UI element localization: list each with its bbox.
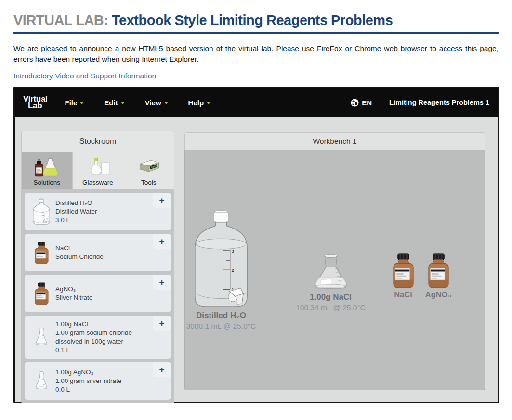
bench-object-name: AgNO₃ <box>425 290 451 299</box>
menu-file[interactable]: File <box>65 99 84 107</box>
bench-object-name: Distilled H₂O <box>196 311 246 320</box>
reagent-bottle-icon <box>27 282 55 305</box>
logo-line2: Lab <box>28 102 48 109</box>
page-header: VIRTUAL LAB: Textbook Style Limiting Rea… <box>0 0 512 80</box>
bench-object-detail: 3000.1 mL @ 25.0°C <box>186 322 256 331</box>
svg-text:3: 3 <box>232 249 234 254</box>
tab-solutions-label: Solutions <box>34 179 61 186</box>
chevron-down-icon <box>121 102 125 104</box>
stockroom-panel: Stockroom <box>21 131 174 403</box>
item-name: NaCl <box>55 244 104 253</box>
menu-help[interactable]: Help <box>188 99 211 107</box>
reagent-bottle-graphic <box>427 253 450 289</box>
item-desc: Distilled Water <box>55 207 97 216</box>
stockroom-items: Distilled H₂O Distilled Water 3.0 L + <box>21 190 174 403</box>
support-link[interactable]: Introductory Video and Support Informati… <box>13 72 156 80</box>
reagent-bottle-icon <box>27 242 55 264</box>
solutions-tab-icon <box>34 156 59 178</box>
item-volume: 3.0 L <box>55 216 97 225</box>
bench-object-name: 1.00g NaCl <box>310 293 352 302</box>
tab-solutions[interactable]: Solutions <box>22 152 73 189</box>
virtual-lab-app: Virtual Lab File Edit View Help <box>13 87 499 403</box>
carboy-icon <box>27 198 55 226</box>
stockroom-tabs: Solutions Glassware <box>21 152 174 190</box>
item-desc: Sodium Chloride <box>55 253 104 261</box>
stockroom-item-distilled-water[interactable]: Distilled H₂O Distilled Water 3.0 L + <box>25 193 171 230</box>
menu-file-label: File <box>65 99 78 107</box>
item-desc: Silver Nitrate <box>55 293 92 302</box>
item-volume: 0.0 L <box>55 385 121 394</box>
page-title-main: Textbook Style Limiting Reagents Problem… <box>112 13 393 28</box>
carboy-graphic: 3 2 1 <box>190 210 252 309</box>
reagent-bottle-graphic <box>392 253 415 289</box>
item-volume: 0.1 L <box>55 346 149 355</box>
page: VIRTUAL LAB: Textbook Style Limiting Rea… <box>0 0 512 420</box>
chevron-down-icon <box>80 102 84 104</box>
tab-tools[interactable]: 8888 Tools <box>123 152 174 189</box>
language-selector[interactable]: EN <box>351 99 372 107</box>
item-name: 1.00g NaCl <box>55 320 149 329</box>
bench-bottle-agno3[interactable]: AgNO₃ <box>416 253 460 299</box>
item-name: AgNO₃ <box>55 285 92 293</box>
add-to-workbench-button[interactable]: + <box>153 316 171 331</box>
workbench-panel: Workbench 1 <box>184 132 485 390</box>
app-content: Stockroom <box>15 117 498 402</box>
add-to-workbench-button[interactable]: + <box>153 275 171 290</box>
tools-tab-icon: 8888 <box>136 156 161 178</box>
erlenmeyer-flask-graphic <box>308 253 354 291</box>
globe-icon <box>351 99 359 107</box>
tab-glassware[interactable]: Glassware <box>73 152 124 189</box>
language-label: EN <box>362 99 372 107</box>
add-to-workbench-button[interactable]: + <box>153 362 171 377</box>
menu-items: File Edit View Help <box>65 99 211 107</box>
menu-help-label: Help <box>188 99 204 107</box>
stockroom-item-1g-nacl[interactable]: 1.00g NaCl 1.00 gram sodium chloride dis… <box>25 316 171 359</box>
page-title-prefix: VIRTUAL LAB: <box>13 13 108 28</box>
menubar: Virtual Lab File Edit View Help <box>15 88 498 117</box>
stockroom-item-nacl[interactable]: NaCl Sodium Chloride + <box>25 234 171 271</box>
bench-object-name: NaCl <box>394 290 412 299</box>
item-desc: 1.00 gram silver nitrate <box>55 377 121 385</box>
erlenmeyer-flask-icon <box>27 327 55 347</box>
problem-title: Limiting Reagents Problems 1 <box>389 99 489 106</box>
virtual-lab-logo: Virtual Lab <box>23 96 48 109</box>
add-to-workbench-button[interactable]: + <box>153 193 171 208</box>
tab-tools-label: Tools <box>141 179 157 186</box>
stockroom-header: Stockroom <box>21 131 174 152</box>
bench-carboy-distilled-water[interactable]: 3 2 1 Distilled H₂O 3000.1 mL @ 25.0°C <box>185 210 257 331</box>
workbench-surface[interactable]: 3 2 1 Distilled H₂O 3000.1 mL @ 25.0°C <box>184 150 485 390</box>
stockroom-item-agno3[interactable]: AgNO₃ Silver Nitrate + <box>25 275 171 312</box>
menu-view-label: View <box>145 99 161 107</box>
chevron-down-icon <box>207 102 210 104</box>
menu-view[interactable]: View <box>145 99 168 107</box>
workbench-header: Workbench 1 <box>184 132 485 150</box>
intro-text: We are pleased to announce a new HTML5 b… <box>13 43 499 64</box>
stockroom-item-1g-agno3[interactable]: 1.00g AgNO₃ 1.00 gram silver nitrate 0.0… <box>25 362 171 400</box>
title-rule <box>13 32 499 34</box>
bench-flask-1g-nacl[interactable]: 1.00g NaCl 100.34 mL @ 25.0°C <box>293 253 368 312</box>
item-desc: 1.00 gram sodium chloride dissolved in 1… <box>55 329 149 346</box>
menu-edit-label: Edit <box>104 99 118 107</box>
bench-object-detail: 100.34 mL @ 25.0°C <box>296 304 366 312</box>
menubar-right: EN Limiting Reagents Problems 1 <box>351 99 489 107</box>
svg-text:2: 2 <box>232 268 234 273</box>
item-name: Distilled H₂O <box>55 199 97 207</box>
menu-edit[interactable]: Edit <box>104 99 124 107</box>
erlenmeyer-flask-icon <box>27 371 55 391</box>
chevron-down-icon <box>164 102 168 104</box>
tab-glassware-label: Glassware <box>82 179 113 186</box>
page-title: VIRTUAL LAB: Textbook Style Limiting Rea… <box>13 13 499 28</box>
item-name: 1.00g AgNO₃ <box>55 368 121 377</box>
glassware-tab-icon <box>85 156 110 178</box>
add-to-workbench-button[interactable]: + <box>153 234 171 249</box>
